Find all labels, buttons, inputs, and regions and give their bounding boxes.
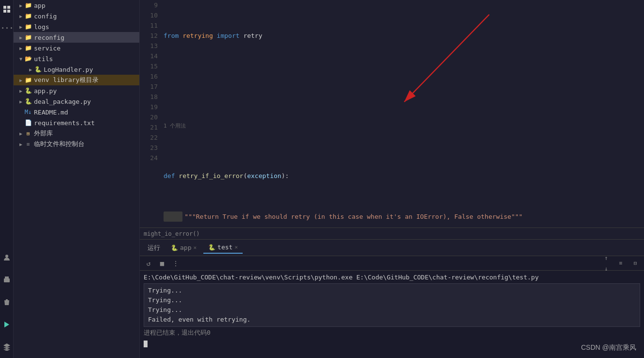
align-btn[interactable]: ⊟ xyxy=(630,259,640,268)
tree-item-temp[interactable]: ▶ ≡ 临时文件和控制台 xyxy=(14,139,139,149)
folder-icon-service: 📁 xyxy=(24,44,32,52)
tree-label-temp: 临时文件和控制台 xyxy=(34,140,84,148)
print-icon[interactable] xyxy=(1,275,12,285)
tree-arrow-config: ▶ xyxy=(17,13,24,19)
code-line-11: def retry_if_io_error(exception): xyxy=(162,171,634,181)
folder-icon-config: 📁 xyxy=(24,12,32,20)
tree-arrow-utils: ▼ xyxy=(17,55,24,62)
tree-item-utils[interactable]: ▼ 📂 utils xyxy=(14,53,139,64)
tab-app[interactable]: 🐍 app ✕ xyxy=(166,242,201,253)
layers-icon[interactable] xyxy=(1,342,12,352)
svg-rect-0 xyxy=(3,6,6,9)
code-editor: 9 10 11 12 13 14 15 16 17 18 19 20 21 22… xyxy=(140,0,644,239)
run-icon[interactable] xyxy=(1,319,12,330)
tree-label-app: app xyxy=(34,2,45,9)
tree-label-requirements: requirements.txt xyxy=(34,119,95,127)
tree-item-readme[interactable]: ▶ M↓ README.md xyxy=(14,107,139,117)
tree-label-config: config xyxy=(34,13,57,20)
tree-label-deal-package: deal_package.py xyxy=(34,98,91,105)
tab-app-close[interactable]: ✕ xyxy=(193,244,197,251)
tab-app-label: app xyxy=(180,244,191,251)
txt-icon-req: 📄 xyxy=(24,119,32,127)
tree-item-external[interactable]: ▶ ⊞ 外部库 xyxy=(14,128,139,139)
folder-icon-reconfig: 📁 xyxy=(24,33,32,41)
tree-item-requirements[interactable]: ▶ 📄 requirements.txt xyxy=(14,117,139,128)
tree-arrow-reconfig: ▶ xyxy=(17,34,24,41)
sidebar-icons: ··· xyxy=(0,0,14,358)
tree-item-service[interactable]: ▶ 📁 service xyxy=(14,43,139,53)
tab-test[interactable]: 🐍 test ✕ xyxy=(203,242,243,254)
tree-label-utils: utils xyxy=(34,55,53,63)
more-btn[interactable]: ⋮ xyxy=(171,259,181,268)
code-line-12: """Return True if we should retry (in th… xyxy=(162,212,634,222)
terminal-cursor-line xyxy=(144,339,640,348)
svg-rect-6 xyxy=(5,277,9,279)
tree-arrow-deal-package: ▶ xyxy=(17,98,24,105)
tree-arrow-service: ▶ xyxy=(17,45,24,51)
code-line-9: from retrying import retry xyxy=(162,31,634,41)
tree-item-app-py[interactable]: ▶ 🐍 app.py xyxy=(14,85,139,96)
grid-icon[interactable] xyxy=(1,4,12,15)
tree-label-reconfig: reconfig xyxy=(34,34,65,41)
tree-arrow-external: ▶ xyxy=(17,130,24,137)
file-tree: ▶ 📁 app ▶ 📁 config ▶ 📁 logs ▶ 📁 reconfig… xyxy=(14,0,140,358)
scroll-up-btn[interactable]: ↑ xyxy=(601,253,611,263)
py-icon-app: 🐍 xyxy=(24,87,32,95)
tree-item-app[interactable]: ▶ 📁 app xyxy=(14,0,139,11)
folder-icon-app: 📁 xyxy=(24,1,32,9)
usage-hint-1: 1 个用法 xyxy=(162,122,634,130)
tree-label-app-py: app.py xyxy=(34,87,57,95)
stop-btn[interactable]: ■ xyxy=(157,259,167,268)
tab-test-label: test xyxy=(217,244,232,251)
tree-label-venv: venv library根目录 xyxy=(34,76,99,84)
tree-label-logs: logs xyxy=(34,23,49,31)
tab-test-close[interactable]: ✕ xyxy=(234,244,238,250)
terminal-panel: 运行 🐍 app ✕ 🐍 test ✕ ↺ ■ ⋮ ↑ ↓ ≡ xyxy=(140,239,644,358)
breadcrumb-text: might_io_error() xyxy=(144,230,200,237)
tree-arrow-loghandler: ▶ xyxy=(27,66,34,73)
terminal-content[interactable]: E:\Code\GitHub_CODE\chat-review\venv\Scr… xyxy=(140,271,644,358)
py-icon-loghandler: 🐍 xyxy=(34,65,42,73)
tree-item-config[interactable]: ▶ 📁 config xyxy=(14,11,139,21)
py-icon-deal: 🐍 xyxy=(24,98,32,105)
tree-arrow-venv: ▶ xyxy=(17,77,24,83)
breadcrumb-bar: might_io_error() xyxy=(140,228,644,239)
code-area[interactable]: 9 10 11 12 13 14 15 16 17 18 19 20 21 22… xyxy=(140,0,644,228)
external-icon: ⊞ xyxy=(24,130,32,137)
wrap-btn[interactable]: ≡ xyxy=(615,259,627,268)
terminal-status: 进程已结束，退出代码0 xyxy=(144,328,640,338)
output-line-1: Trying... xyxy=(148,286,636,295)
terminal-output-block: Trying... Trying... Trying... Failed, ev… xyxy=(144,283,640,327)
output-line-4: Failed, even with retrying. xyxy=(148,315,636,325)
tree-item-reconfig[interactable]: ▶ 📁 reconfig xyxy=(14,32,139,43)
folder-icon-venv: 📁 xyxy=(24,76,32,84)
tree-item-deal-package[interactable]: ▶ 🐍 deal_package.py xyxy=(14,96,139,107)
dots-icon[interactable]: ··· xyxy=(1,22,12,33)
tree-item-logs[interactable]: ▶ 📁 logs xyxy=(14,21,139,32)
terminal-tabs: 运行 🐍 app ✕ 🐍 test ✕ xyxy=(140,240,644,256)
terminal-cursor xyxy=(144,341,148,347)
tree-arrow-logs: ▶ xyxy=(17,23,24,30)
code-line-10 xyxy=(162,71,634,81)
tree-label-loghandler: LogHandler.py xyxy=(44,66,93,73)
tree-label-service: service xyxy=(34,45,61,52)
svg-rect-1 xyxy=(7,6,10,9)
trash-icon[interactable] xyxy=(1,297,12,308)
temp-icon: ≡ xyxy=(24,140,32,148)
svg-point-4 xyxy=(5,255,8,258)
output-line-2: Trying... xyxy=(148,295,636,305)
svg-rect-5 xyxy=(4,278,10,282)
run-label: 运行 xyxy=(144,244,164,252)
tree-arrow-app-py: ▶ xyxy=(17,87,24,94)
tree-item-loghandler[interactable]: ▶ 🐍 LogHandler.py xyxy=(14,64,139,75)
svg-rect-3 xyxy=(7,10,10,13)
tree-arrow-app: ▶ xyxy=(17,2,24,9)
line-numbers: 9 10 11 12 13 14 15 16 17 18 19 20 21 22… xyxy=(140,0,162,228)
user-icon[interactable] xyxy=(1,252,12,263)
tree-item-venv[interactable]: ▶ 📁 venv library根目录 xyxy=(14,75,139,85)
tree-label-readme: README.md xyxy=(34,109,68,116)
refresh-btn[interactable]: ↺ xyxy=(144,259,153,268)
terminal-toolbar: ↺ ■ ⋮ ↑ ↓ ≡ ⊟ xyxy=(140,256,644,271)
md-icon-readme: M↓ xyxy=(24,108,32,116)
svg-marker-7 xyxy=(4,322,9,327)
